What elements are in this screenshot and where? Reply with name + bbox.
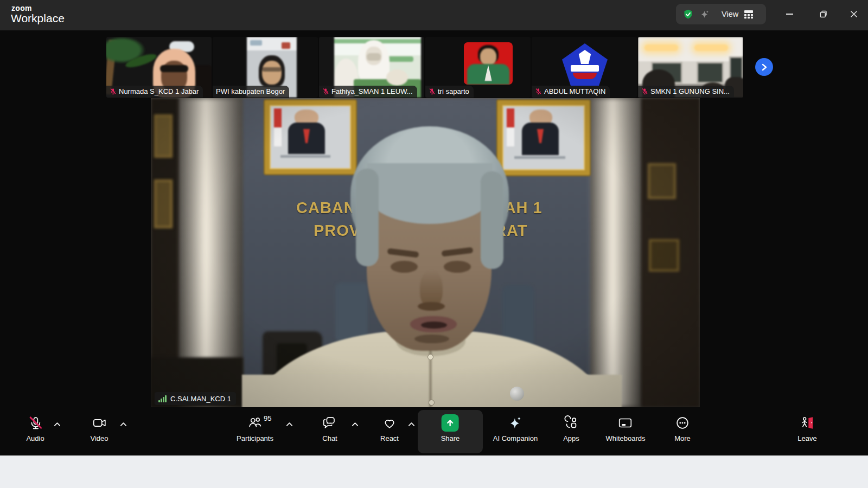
zoom-meeting-window: zoom Workplace View [0, 0, 868, 488]
share-screen-icon [442, 413, 459, 433]
chat-icon [322, 413, 338, 433]
muted-mic-icon [535, 88, 542, 95]
video-button[interactable]: Video [90, 413, 108, 442]
zoom-logo: zoom [11, 4, 32, 12]
active-speaker-name-badge: C.SALMAN_KCD 1 [155, 392, 236, 405]
workplace-logo: Workplace [11, 12, 65, 25]
participant-name-badge: ABDUL MUTTAQIN [532, 86, 610, 98]
meeting-toolbar: Audio Video 95 Participants [0, 407, 868, 455]
ai-sparkle-icon [507, 413, 524, 433]
participants-button[interactable]: 95 Participants [237, 413, 273, 442]
audio-button[interactable]: Audio [26, 413, 44, 442]
participants-count: 95 [264, 414, 271, 422]
muted-mic-icon [429, 88, 436, 95]
view-controls: View [676, 4, 766, 24]
windows-taskbar: 2 31°C Hujan [0, 455, 868, 488]
participant-tile[interactable]: SMKN 1 GUNUNG SIN... [638, 37, 743, 98]
connection-signal-icon [158, 395, 167, 402]
title-bar: zoom Workplace View [0, 0, 868, 30]
view-button[interactable]: View [722, 10, 738, 18]
participant-tile[interactable]: Nurmada S_KCD 1 Jabar [106, 37, 212, 98]
more-ellipsis-icon [674, 413, 691, 433]
heart-icon [381, 413, 398, 433]
security-shield-icon[interactable] [682, 9, 694, 20]
ai-companion-header-icon[interactable] [699, 9, 710, 20]
participant-tile[interactable]: PWI kabupaten Bogor [213, 37, 318, 98]
participants-icon: 95 [247, 413, 263, 433]
restore-button[interactable] [811, 0, 836, 28]
chevron-right-icon [761, 63, 768, 71]
camera-icon [91, 413, 107, 433]
whiteboard-icon [617, 413, 634, 433]
chat-button[interactable]: Chat [322, 413, 338, 442]
participant-name-badge: SMKN 1 GUNUNG SIN... [638, 86, 734, 98]
close-button[interactable] [841, 0, 866, 28]
react-button[interactable]: React [380, 413, 399, 442]
next-participants-button[interactable] [755, 58, 773, 76]
muted-mic-icon [641, 88, 648, 95]
leave-door-icon [799, 413, 815, 433]
minimize-button[interactable] [777, 0, 802, 28]
apps-icon [563, 413, 579, 433]
participant-name-badge: PWI kabupaten Bogor [213, 86, 289, 98]
participant-name-badge: Fathiya_SMAN 1 LEUW... [319, 86, 417, 98]
active-speaker-video[interactable]: CABAN YAH 1 PROV RAT [151, 98, 700, 407]
share-button[interactable]: Share [441, 413, 460, 442]
ai-companion-button[interactable]: AI Companion [493, 413, 538, 442]
muted-mic-icon [27, 413, 43, 433]
apps-button[interactable]: Apps [563, 413, 579, 442]
participant-tile[interactable]: Fathiya_SMAN 1 LEUW... [319, 37, 424, 98]
participant-name-badge: tri saparto [425, 86, 474, 98]
gallery-grid-icon[interactable] [744, 9, 754, 19]
participant-tile[interactable]: ABDUL MUTTAQIN [532, 37, 637, 98]
muted-mic-icon [322, 88, 329, 95]
video-options-chevron[interactable] [120, 419, 127, 429]
react-options-chevron[interactable] [408, 419, 415, 429]
participant-tile[interactable]: tri saparto [425, 37, 531, 98]
audio-options-chevron[interactable] [54, 419, 61, 429]
chat-options-chevron[interactable] [352, 419, 359, 429]
leave-button[interactable]: Leave [797, 413, 816, 442]
participants-options-chevron[interactable] [286, 419, 293, 429]
whiteboards-button[interactable]: Whiteboards [606, 413, 646, 442]
more-button[interactable]: More [674, 413, 691, 442]
participant-name-badge: Nurmada S_KCD 1 Jabar [106, 86, 203, 98]
muted-mic-icon [110, 88, 117, 95]
